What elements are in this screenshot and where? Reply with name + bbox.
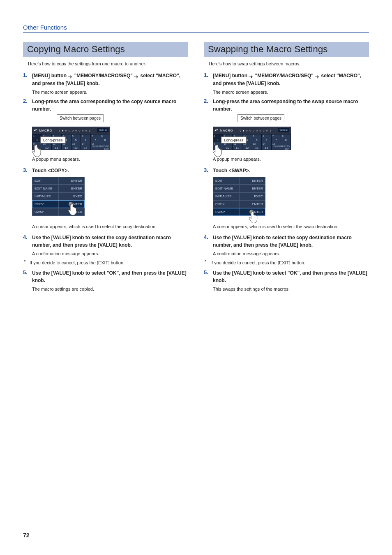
figure-popup-right: EDITENTEREDIT NAMEENTERINITIALIZEEXECCOP… bbox=[213, 177, 265, 216]
callout-switch-pages: Switch between pages bbox=[238, 114, 284, 122]
macro-header: ↶ MACRO ‹● ○ ○ ○ ○ ○ ○ ○› SETUP bbox=[32, 127, 110, 134]
step-title: Use the [VALUE] knob to select the copy … bbox=[213, 234, 369, 249]
step-title: Long-press the area corresponding to the… bbox=[213, 98, 369, 113]
setup-button: SETUP bbox=[278, 128, 289, 132]
arrow-icon bbox=[68, 72, 73, 80]
intro-copy: Here's how to copy the settings from one… bbox=[28, 61, 188, 66]
step-text: "MEMORY/MACRO/SEQ" bbox=[73, 73, 134, 79]
step-num: 5. bbox=[204, 269, 213, 293]
step-2-left: 2. Long-press the area corresponding to … bbox=[23, 98, 188, 113]
pager: ‹● ○ ○ ○ ○ ○ ○ ○› bbox=[52, 128, 97, 133]
callout-switch-pages: Switch between pages bbox=[57, 114, 104, 122]
step-sub: The macro screen appears. bbox=[32, 89, 188, 96]
step-num: 3. bbox=[23, 167, 32, 174]
chevron-right-icon: › bbox=[270, 128, 271, 133]
pager: ‹● ○ ○ ○ ○ ○ ○ ○› bbox=[233, 128, 278, 133]
step-num: 2. bbox=[204, 98, 213, 113]
step-sub: A popup menu appears. bbox=[32, 156, 188, 163]
step-sub: The macro screen appears. bbox=[213, 89, 369, 96]
step-num: 4. bbox=[23, 234, 32, 257]
step-note: * If you decide to cancel, press the [EX… bbox=[205, 259, 369, 265]
step-sub: A confirmation message appears. bbox=[32, 250, 188, 257]
intro-swap: Here's how to swap settings between macr… bbox=[209, 61, 369, 66]
popup-row: EDITENTER bbox=[32, 177, 85, 185]
arrow-icon bbox=[134, 72, 139, 80]
step-title: Touch <SWAP>. bbox=[213, 167, 369, 174]
figure-macro-screen-left: Switch between pages ↶ MACRO ‹● ○ ○ ○ ○ … bbox=[32, 127, 110, 150]
popup-row: EDIT NAMEENTER bbox=[213, 185, 265, 192]
back-icon: ↶ bbox=[34, 128, 37, 133]
chevron-right-icon: › bbox=[89, 128, 90, 133]
step-text: [MENU] button bbox=[32, 73, 68, 79]
section-title-copy: Copying Macro Settings bbox=[23, 42, 188, 57]
step-3-left: 3. Touch <COPY>. bbox=[23, 167, 188, 174]
step-title: [MENU] button "MEMORY/MACRO/SEQ" select … bbox=[213, 72, 369, 87]
step-num: 1. bbox=[23, 72, 32, 95]
page-number: 72 bbox=[23, 532, 30, 539]
step-4-left: 4. Use the [VALUE] knob to select the co… bbox=[23, 234, 188, 257]
macro-header: ↶ MACRO ‹● ○ ○ ○ ○ ○ ○ ○› SETUP bbox=[213, 127, 291, 134]
arrow-icon bbox=[315, 72, 320, 80]
step-sub: A cursor appears, which is used to selec… bbox=[32, 223, 188, 230]
chevron-left-icon: ‹ bbox=[240, 128, 241, 133]
hand-icon bbox=[248, 210, 260, 224]
hand-icon bbox=[67, 203, 79, 216]
step-5-left: 5. Use the [VALUE] knob to select "OK", … bbox=[23, 269, 188, 293]
step-sub: This swaps the settings of the macros. bbox=[213, 286, 369, 293]
breadcrumb: Other Functions bbox=[23, 24, 369, 33]
section-title-swap: Swapping the Macro Settings bbox=[204, 42, 369, 57]
step-title: Use the [VALUE] knob to select "OK", and… bbox=[32, 269, 188, 284]
column-left: Copying Macro Settings Here's how to cop… bbox=[23, 42, 188, 294]
note-text: If you decide to cancel, press the [EXIT… bbox=[30, 260, 125, 265]
popup-row: INITIALIZEEXEC bbox=[213, 192, 265, 200]
popup-row: EDIT NAMEENTER bbox=[32, 185, 85, 192]
chevron-left-icon: ‹ bbox=[59, 128, 60, 133]
arrow-icon bbox=[249, 72, 254, 80]
callout-line bbox=[260, 123, 260, 129]
hand-icon bbox=[31, 143, 44, 157]
step-sub: The macro settings are copied. bbox=[32, 286, 188, 293]
step-1-right: 1. [MENU] button "MEMORY/MACRO/SEQ" sele… bbox=[204, 72, 369, 95]
step-3-right: 3. Touch <SWAP>. bbox=[204, 167, 369, 174]
back-icon: ↶ bbox=[214, 128, 218, 133]
step-title: Long-press the area corresponding to the… bbox=[32, 98, 188, 113]
setup-button: SETUP bbox=[97, 128, 108, 132]
step-num: 4. bbox=[204, 234, 213, 257]
popup-row: COPYENTER bbox=[213, 200, 265, 208]
macro-title: MACRO bbox=[39, 129, 52, 132]
step-sub: A popup menu appears. bbox=[213, 156, 369, 163]
step-1-left: 1. [MENU] button "MEMORY/MACRO/SEQ" sele… bbox=[23, 72, 188, 95]
popup-row: INITIALIZEEXEC bbox=[32, 192, 85, 200]
step-title: Use the [VALUE] knob to select the copy … bbox=[32, 234, 188, 249]
figure-popup-left: EDITENTEREDIT NAMEENTERINITIALIZEEXECCOP… bbox=[32, 177, 85, 216]
step-title: Use the [VALUE] knob to select "OK", and… bbox=[213, 269, 369, 284]
step-num: 5. bbox=[23, 269, 32, 293]
callout-line bbox=[79, 123, 79, 129]
step-sub: A cursor appears, which is used to selec… bbox=[213, 223, 369, 230]
step-2-right: 2. Long-press the area corresponding to … bbox=[204, 98, 369, 113]
popup-row: EDITENTER bbox=[213, 177, 265, 185]
step-text: "MEMORY/MACRO/SEQ" bbox=[254, 73, 315, 79]
step-5-right: 5. Use the [VALUE] knob to select "OK", … bbox=[204, 269, 369, 293]
figure-macro-screen-right: Switch between pages ↶ MACRO ‹● ○ ○ ○ ○ … bbox=[213, 127, 291, 150]
step-num: 1. bbox=[204, 72, 213, 95]
step-title: [MENU] button "MEMORY/MACRO/SEQ" select … bbox=[32, 72, 188, 87]
step-note: * If you decide to cancel, press the [EX… bbox=[24, 259, 188, 265]
step-text: [MENU] button bbox=[213, 73, 249, 79]
note-text: If you decide to cancel, press the [EXIT… bbox=[210, 260, 305, 265]
column-right: Swapping the Macro Settings Here's how t… bbox=[204, 42, 369, 294]
step-sub: A confirmation message appears. bbox=[213, 250, 369, 257]
hand-icon bbox=[212, 143, 224, 157]
step-num: 3. bbox=[204, 167, 213, 174]
long-press-label: Long-press bbox=[40, 136, 66, 143]
step-title: Touch <COPY>. bbox=[32, 167, 188, 174]
long-press-label: Long-press bbox=[221, 136, 247, 143]
macro-title: MACRO bbox=[220, 129, 233, 132]
step-4-right: 4. Use the [VALUE] knob to select the co… bbox=[204, 234, 369, 257]
step-num: 2. bbox=[23, 98, 32, 113]
